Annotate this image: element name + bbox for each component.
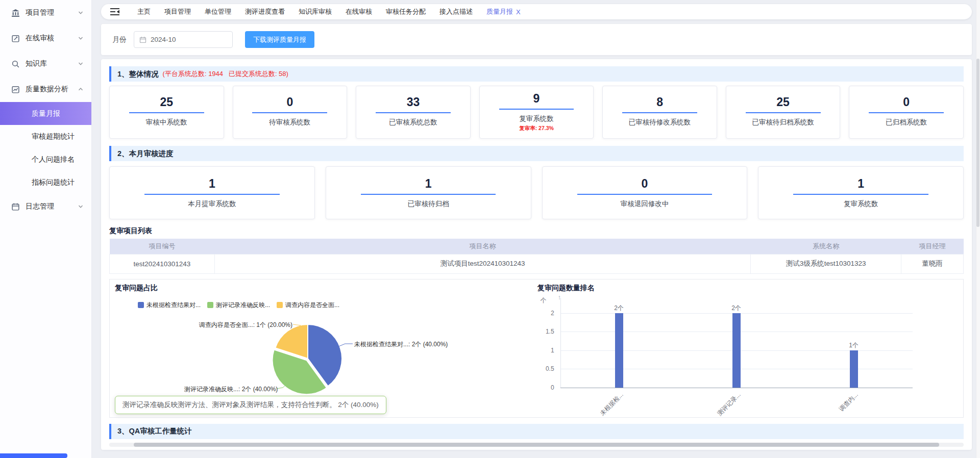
stat-card-month-to-archive: 1 已审核待归档 [326, 166, 531, 219]
legend-item[interactable]: 未根据检查结果对... [138, 301, 201, 310]
sidebar-item-online-review[interactable]: 在线审核 [0, 26, 91, 51]
stat-value: 1 [209, 177, 215, 190]
nav-tab-unit-management[interactable]: 单位管理 [205, 7, 231, 16]
nav-tab-home[interactable]: 主页 [137, 7, 151, 16]
stat-value: 9 [533, 92, 540, 105]
horizontal-scrollbar-thumb[interactable] [134, 443, 939, 447]
stat-underline [622, 112, 697, 113]
stat-value: 8 [656, 96, 663, 108]
section-2-header: 2、本月审核进度 [109, 146, 964, 161]
x-axis-category-label: 调查内... [837, 391, 860, 414]
col-manager: 项目经理 [901, 239, 963, 254]
pie-label-survey-coverage: 调查内容是否全面...: 1个 (20.00%) [176, 321, 292, 329]
sidebar-item-label: 知识库 [26, 59, 78, 68]
stat-card-re-review: 9 复审系统数复审率: 27.3% [479, 86, 594, 139]
bar-plot-area: 个 ↑ 00.511.522个未根据检...2个测评记录...1个调查内... [532, 279, 963, 417]
table-row: test202410301243 测试项目test202410301243 测试… [110, 254, 964, 273]
pie-legend: 未根据检查结果对... 测评记录准确反映... 调查内容是否全面... [138, 301, 339, 310]
sidebar-item-quality-analysis[interactable]: 质量数据分析 [0, 77, 91, 102]
sidebar-subitem-personal-issue-ranking[interactable]: 个人问题排名 [0, 148, 91, 171]
stat-card-reviewing: 25 审核中系统数 [109, 86, 224, 139]
legend-marker [207, 302, 213, 308]
legend-item[interactable]: 测评记录准确反映... [207, 301, 270, 310]
legend-marker [277, 302, 283, 308]
stat-value: 0 [286, 96, 293, 108]
cell-project-no: test202410301243 [110, 254, 215, 273]
month-picker[interactable] [134, 31, 233, 48]
knowledge-icon [11, 59, 20, 68]
chevron-down-icon [78, 59, 83, 68]
collapse-menu-icon[interactable] [110, 8, 119, 15]
sidebar-item-project-management[interactable]: 项目管理 [0, 0, 91, 26]
pie-graphic[interactable] [272, 323, 344, 394]
sidebar: 项目管理 在线审核 知识库 质量数据分析 质量月报 审核超期统计 个人问题排名 … [0, 0, 92, 458]
log-icon [11, 202, 20, 211]
col-project-no: 项目编号 [110, 239, 215, 254]
table-header: 项目编号 项目名称 系统名称 项目经理 [110, 239, 964, 254]
x-axis-category-label: 测评记录... [716, 391, 743, 418]
stat-underline [869, 112, 944, 113]
nav-tab-task-assignment[interactable]: 审核任务分配 [386, 7, 426, 16]
stat-value: 0 [903, 96, 910, 108]
month-cards-row: 1 本月提审系统数 1 已审核待归档 0 审核退回修改中 1 复审系统数 [109, 166, 964, 219]
legend-item[interactable]: 调查内容是否全面... [277, 301, 339, 310]
legend-label: 未根据检查结果对... [146, 301, 201, 310]
nav-tab-project-management[interactable]: 项目管理 [164, 7, 191, 16]
nav-tab-online-review[interactable]: 在线审核 [346, 7, 372, 16]
stat-card-pending-review: 0 待审核系统数 [233, 86, 348, 139]
bar-0 [615, 313, 623, 388]
pie-chart-title: 复审问题占比 [115, 284, 158, 293]
bar-1 [732, 313, 741, 388]
stat-label: 待审核系统数 [269, 118, 310, 127]
stat-underline [499, 109, 574, 110]
y-axis-tick-label: 1 [532, 347, 554, 354]
nav-tab-knowledge-review[interactable]: 知识库审核 [299, 7, 332, 16]
stat-label: 审核退回修改中 [621, 199, 669, 209]
stat-label: 复审系统数 [844, 199, 878, 209]
stat-underline [252, 112, 327, 113]
nav-tab-access-point[interactable]: 接入点描述 [439, 7, 473, 16]
y-axis-tick-label: 0.5 [532, 365, 554, 372]
pie-label-record-accuracy: 测评记录准确反映...: 2个 (40.00%) [184, 385, 278, 394]
bank-icon [11, 8, 20, 17]
tab-close-icon[interactable]: X [516, 8, 521, 16]
stat-label: 已审核待归档 [408, 199, 449, 209]
stat-card-month-re-review: 1 复审系统数 [758, 166, 964, 219]
sidebar-scroll-thumb[interactable] [0, 453, 67, 458]
y-axis-tick-label: 1.5 [532, 328, 554, 335]
stat-card-month-returned: 0 审核退回修改中 [542, 166, 748, 219]
download-monthly-report-button[interactable]: 下载测评质量月报 [245, 31, 314, 48]
sidebar-subitem-indicator-issue-stats[interactable]: 指标问题统计 [0, 171, 91, 194]
stat-card-reviewed-total: 33 已审核系统总数 [356, 86, 471, 139]
sidebar-item-log-management[interactable]: 日志管理 [0, 194, 91, 219]
stat-label: 本月提审系统数 [188, 199, 236, 209]
bar-value-label: 1个 [844, 341, 864, 350]
report-content-panel: 1、整体情况 (平台系统总数: 1944 已提交系统总数: 58) 25 审核中… [101, 59, 972, 450]
sidebar-item-label: 项目管理 [26, 8, 78, 17]
sidebar-subitem-review-overdue-stats[interactable]: 审核超期统计 [0, 125, 91, 148]
stat-label: 复审系统数 [519, 114, 554, 123]
sidebar-subitem-quality-monthly-report[interactable]: 质量月报 [0, 102, 91, 125]
stat-label: 已审核待修改系统数 [629, 118, 691, 127]
bar-value-label: 2个 [609, 304, 629, 313]
stat-underline [577, 194, 712, 195]
stat-underline [376, 112, 451, 113]
sidebar-item-label: 日志管理 [26, 202, 78, 211]
calendar-icon [139, 36, 146, 43]
nav-tab-progress-view[interactable]: 测评进度查看 [245, 7, 285, 16]
stat-card-month-submitted: 1 本月提审系统数 [109, 166, 315, 219]
x-axis-line [560, 388, 913, 388]
stat-label: 审核中系统数 [146, 118, 187, 127]
col-project-name: 项目名称 [214, 239, 751, 254]
review-table-title: 复审项目列表 [109, 225, 964, 236]
sidebar-item-label: 质量数据分析 [26, 85, 78, 94]
vertical-scrollbar-thumb[interactable] [976, 59, 979, 227]
stat-label: 已审核系统总数 [389, 118, 437, 127]
month-input[interactable] [151, 36, 227, 43]
filter-panel: 月份 下载测评质量月报 [101, 24, 972, 55]
chevron-down-icon [78, 34, 83, 43]
section-3-title: 3、QA审核工作量统计 [117, 426, 192, 436]
sidebar-item-knowledge-base[interactable]: 知识库 [0, 51, 91, 77]
nav-tab-quality-report-active[interactable]: 质量月报 X [486, 7, 521, 16]
cell-manager: 董晓雨 [901, 254, 963, 273]
